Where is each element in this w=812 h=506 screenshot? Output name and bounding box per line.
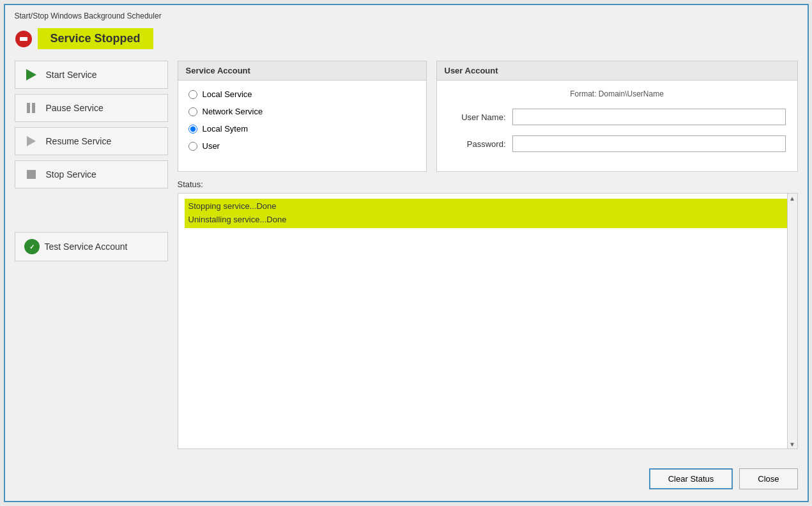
radio-local-service-label: Local Service <box>203 89 252 99</box>
radio-network-service-input[interactable] <box>188 107 197 116</box>
radio-user-input[interactable] <box>188 142 197 151</box>
radio-local-system[interactable]: Local Sytem <box>188 124 416 134</box>
right-section: Service Account Local Service Network Se… <box>178 61 798 489</box>
pause-service-button[interactable]: Pause Service <box>15 94 168 122</box>
stop-service-button[interactable]: Stop Service <box>15 160 168 188</box>
radio-local-system-input[interactable] <box>188 125 197 134</box>
test-service-account-button[interactable]: ✓ Test Service Account <box>15 232 168 261</box>
service-status-badge: Service Stopped <box>38 28 153 49</box>
format-hint: Format: Domain\UserName <box>448 89 786 98</box>
user-account-header: User Account <box>437 61 797 80</box>
scrollbar[interactable]: ▲ ▼ <box>787 194 797 448</box>
radio-user-label: User <box>203 141 220 151</box>
status-section: Status: Stopping service...Done Uninstal… <box>178 180 798 449</box>
test-service-label: Test Service Account <box>45 241 128 252</box>
username-label: User Name: <box>448 112 506 122</box>
password-row: Password: <box>448 135 786 152</box>
play-icon <box>24 68 38 82</box>
user-account-body: Format: Domain\UserName User Name: Passw… <box>437 80 797 171</box>
service-account-panel: Service Account Local Service Network Se… <box>178 61 427 172</box>
scroll-down-arrow[interactable]: ▼ <box>788 440 797 448</box>
left-panel: Start Service Pause Service Resume Servi… <box>15 61 168 489</box>
radio-local-service-input[interactable] <box>188 90 197 99</box>
main-content: Start Service Pause Service Resume Servi… <box>15 61 798 489</box>
status-line-2: Uninstalling service...Done <box>188 213 787 227</box>
password-label: Password: <box>448 139 506 149</box>
scroll-up-arrow[interactable]: ▲ <box>788 194 797 203</box>
start-service-button[interactable]: Start Service <box>15 61 168 89</box>
user-account-panel: User Account Format: Domain\UserName Use… <box>436 61 798 172</box>
start-service-label: Start Service <box>46 70 97 80</box>
radio-network-service[interactable]: Network Service <box>188 107 416 116</box>
radio-network-service-label: Network Service <box>203 107 263 116</box>
close-button[interactable]: Close <box>739 468 797 489</box>
footer: Clear Status Close <box>178 463 798 489</box>
radio-local-system-label: Local Sytem <box>203 124 249 134</box>
radio-user[interactable]: User <box>188 141 416 151</box>
service-stopped-icon <box>15 30 33 48</box>
svg-rect-1 <box>20 37 27 41</box>
pause-icon <box>24 101 38 115</box>
top-panels: Service Account Local Service Network Se… <box>178 61 798 172</box>
clear-status-button[interactable]: Clear Status <box>649 468 733 489</box>
service-account-body: Local Service Network Service Local Syte… <box>178 80 426 160</box>
radio-local-service[interactable]: Local Service <box>188 89 416 99</box>
main-window: Start/Stop Windows Background Scheduler … <box>4 4 809 502</box>
service-account-header: Service Account <box>178 61 426 80</box>
status-label: Status: <box>178 180 798 189</box>
resume-service-button[interactable]: Resume Service <box>15 127 168 155</box>
username-input[interactable] <box>512 109 786 125</box>
stop-service-label: Stop Service <box>46 169 96 180</box>
stop-icon <box>24 167 38 181</box>
status-line-1: Stopping service...Done <box>188 200 787 213</box>
test-icon: ✓ <box>24 239 40 254</box>
status-box: Stopping service...Done Uninstalling ser… <box>178 193 798 449</box>
status-highlighted-block: Stopping service...Done Uninstalling ser… <box>185 199 791 228</box>
service-status-row: Service Stopped <box>15 28 798 49</box>
pause-service-label: Pause Service <box>46 103 103 113</box>
username-row: User Name: <box>448 109 786 125</box>
resume-icon <box>24 134 38 148</box>
status-content: Stopping service...Done Uninstalling ser… <box>178 194 797 233</box>
resume-service-label: Resume Service <box>46 136 112 146</box>
window-title: Start/Stop Windows Background Scheduler <box>15 12 162 20</box>
title-bar: Start/Stop Windows Background Scheduler <box>15 12 798 20</box>
password-input[interactable] <box>512 135 786 152</box>
